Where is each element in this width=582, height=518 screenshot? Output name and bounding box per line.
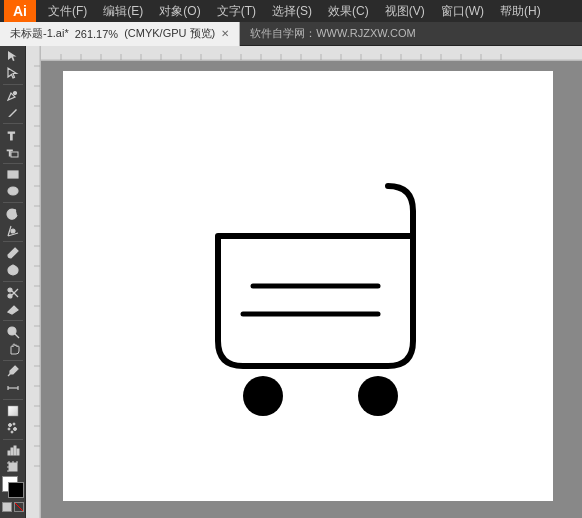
- active-tab[interactable]: 未标题-1.ai* 261.17% (CMYK/GPU 预览) ✕: [0, 22, 240, 46]
- menu-window[interactable]: 窗口(W): [433, 0, 492, 22]
- stroke-color[interactable]: [8, 482, 24, 498]
- menu-bar: Ai 文件(F) 编辑(E) 对象(O) 文字(T) 选择(S) 效果(C) 视…: [0, 0, 582, 22]
- hand-tool[interactable]: [2, 341, 24, 357]
- toolbar: T T: [0, 46, 26, 518]
- pen-tool[interactable]: [2, 87, 24, 103]
- brush-tool[interactable]: [2, 245, 24, 261]
- eraser-tool[interactable]: [2, 301, 24, 317]
- svg-point-83: [243, 376, 283, 416]
- svg-point-20: [8, 428, 10, 430]
- svg-rect-25: [14, 446, 16, 455]
- ellipse-tool[interactable]: [2, 183, 24, 199]
- fill-stroke-selector[interactable]: [2, 476, 24, 498]
- type-tool[interactable]: T: [2, 127, 24, 143]
- scissors-tool[interactable]: [2, 285, 24, 301]
- menu-select[interactable]: 选择(S): [264, 0, 320, 22]
- svg-point-6: [11, 229, 15, 233]
- zoom-tool[interactable]: [2, 324, 24, 340]
- selection-tool[interactable]: [2, 48, 24, 64]
- column-graph-tool[interactable]: [2, 442, 24, 458]
- symbol-sprayer-tool[interactable]: [2, 420, 24, 436]
- shopping-cart-illustration: [158, 146, 458, 426]
- tab-close-button[interactable]: ✕: [221, 28, 229, 39]
- main-layout: T T: [0, 46, 582, 518]
- svg-rect-4: [8, 171, 18, 178]
- eyedropper-tool[interactable]: [2, 364, 24, 380]
- ruler-top: [41, 46, 582, 61]
- artboard: [63, 71, 553, 501]
- svg-point-18: [8, 423, 11, 426]
- svg-rect-23: [8, 451, 10, 455]
- pencil-tool[interactable]: [2, 104, 24, 120]
- svg-line-13: [8, 374, 10, 376]
- menu-type[interactable]: 文字(T): [209, 0, 264, 22]
- tab-promo: 软件自学网：WWW.RJZXW.COM: [240, 26, 426, 41]
- area-type-tool[interactable]: T: [2, 144, 24, 160]
- artboard-tool[interactable]: [2, 459, 24, 475]
- color-icon[interactable]: [2, 502, 12, 512]
- svg-rect-24: [11, 448, 13, 455]
- menu-help[interactable]: 帮助(H): [492, 0, 549, 22]
- menu-view[interactable]: 视图(V): [377, 0, 433, 22]
- svg-point-0: [13, 92, 16, 95]
- menu-file[interactable]: 文件(F): [40, 0, 95, 22]
- menu-effect[interactable]: 效果(C): [320, 0, 377, 22]
- tab-label: 未标题-1.ai*: [10, 26, 69, 41]
- direct-selection-tool[interactable]: [2, 65, 24, 81]
- tab-zoom: 261.17%: [75, 28, 118, 40]
- svg-text:T: T: [8, 130, 15, 142]
- menu-edit[interactable]: 编辑(E): [95, 0, 151, 22]
- svg-point-5: [8, 187, 18, 195]
- ruler-left: [26, 46, 41, 518]
- svg-point-8: [8, 288, 12, 292]
- tab-bar: 未标题-1.ai* 261.17% (CMYK/GPU 预览) ✕ 软件自学网：…: [0, 22, 582, 46]
- svg-point-11: [8, 327, 16, 335]
- rectangle-tool[interactable]: [2, 166, 24, 182]
- svg-point-7: [8, 294, 12, 298]
- ai-logo: Ai: [4, 0, 36, 22]
- scale-tool[interactable]: [2, 223, 24, 239]
- svg-rect-17: [8, 406, 18, 416]
- gradient-tool[interactable]: [2, 403, 24, 419]
- svg-line-12: [15, 334, 19, 338]
- measure-tool[interactable]: [2, 380, 24, 396]
- svg-point-22: [11, 431, 13, 433]
- svg-point-19: [13, 423, 15, 425]
- none-icon[interactable]: [14, 502, 24, 512]
- color-area: [2, 476, 24, 516]
- svg-rect-26: [17, 449, 19, 455]
- svg-point-21: [13, 427, 16, 430]
- tab-mode: (CMYK/GPU 预览): [124, 26, 215, 41]
- rotate-tool[interactable]: [2, 206, 24, 222]
- menu-object[interactable]: 对象(O): [151, 0, 208, 22]
- svg-rect-27: [9, 463, 17, 471]
- svg-point-84: [358, 376, 398, 416]
- blob-brush-tool[interactable]: [2, 262, 24, 278]
- canvas-area[interactable]: [26, 46, 582, 518]
